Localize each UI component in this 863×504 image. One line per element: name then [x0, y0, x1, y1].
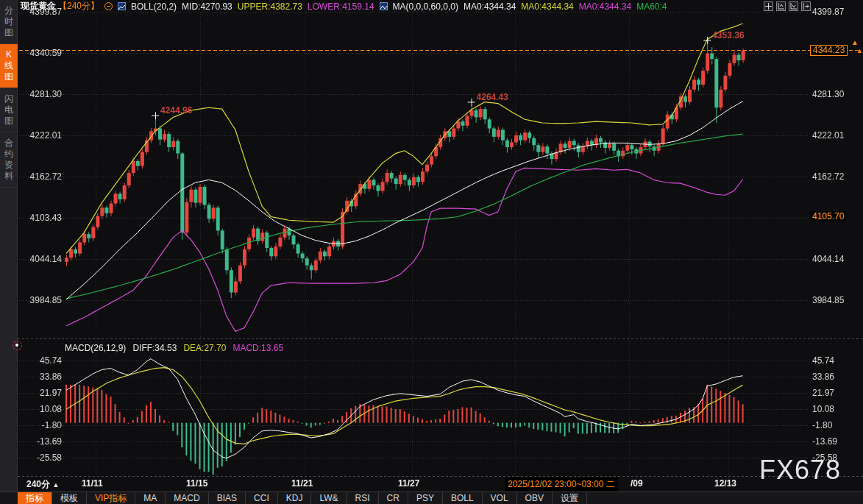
period-arrow-icon: ▲: [52, 481, 59, 489]
ma0-magenta-value: MA0:4344.34: [579, 1, 631, 12]
toolbar-item-boll[interactable]: BOLL: [443, 492, 483, 504]
date-tick-partial: /09: [631, 478, 643, 489]
macd-label-left: 45.74: [21, 355, 62, 366]
price-label-left: 4162.72: [21, 171, 62, 182]
macd-label-right: -1.80: [812, 420, 859, 430]
toolbar-item-macd[interactable]: MACD: [166, 492, 208, 504]
toolbar-item-settings[interactable]: 设置: [553, 492, 587, 504]
chart-canvas[interactable]: [0, 0, 863, 504]
macd-label-left: -13.69: [21, 436, 62, 447]
toolbar-item-indicator[interactable]: 指标: [18, 492, 52, 504]
toolbar-item-template[interactable]: 模板: [52, 492, 87, 504]
chart-header: 现货黄金 【240分】 BOLL(20,2) MID:4270.93 UPPER…: [21, 1, 667, 12]
macd-label-right: 21.97: [812, 388, 859, 398]
price-label-right: 3984.85: [812, 295, 859, 305]
date-tick: 11/27: [398, 478, 419, 489]
price-label-left: 4222.01: [21, 130, 62, 141]
toolbar-item-vip-indicator[interactable]: VIP指标: [87, 492, 135, 504]
watermark: FX678: [759, 455, 841, 486]
macd-label-right: 33.86: [812, 372, 859, 382]
pan-right-icon[interactable]: [801, 1, 811, 11]
macd-label-left: 21.97: [21, 388, 62, 398]
symbol-name: 现货黄金: [21, 0, 56, 13]
toolbar-item-obv[interactable]: OBV: [517, 492, 553, 504]
price-up-arrow-icon: ▲: [851, 38, 859, 46]
indicator-toolbar: 指标 模板 VIP指标 MA MACD BIAS CCI KDJ LW& RSI…: [0, 491, 863, 504]
collapse-icon[interactable]: [104, 2, 113, 10]
boll-indicator-icon[interactable]: [118, 2, 126, 10]
time-range-tooltip: 2025/12/02 23:00~03:00 二: [505, 478, 618, 491]
ma0-white-value: MA0:4344.34: [464, 1, 516, 12]
sidebar-tab-kline[interactable]: K线图: [0, 44, 18, 88]
current-price-badge: 4344.23: [810, 45, 848, 56]
chart-tool-iconbar: [764, 1, 811, 11]
toolbar-item-ma[interactable]: MA: [135, 492, 166, 504]
scale-down-icon[interactable]: [789, 1, 798, 11]
ma-label: MA(0,0,0,60,0,0): [393, 1, 458, 12]
toolbar-item-vol[interactable]: VOL: [483, 492, 517, 504]
ma60-value: MA60:4: [636, 1, 667, 12]
price-label-left: 4044.14: [21, 254, 62, 264]
ma0-yellow-value: MA0:4344.34: [521, 1, 573, 12]
macd-label-left: 33.86: [21, 372, 62, 382]
scale-up-icon[interactable]: [776, 1, 786, 11]
sidebar-tab-contract-info[interactable]: 合约资料: [0, 132, 18, 188]
axis-edge-arrow-icon: ▲: [856, 47, 863, 54]
toolbar-item-bias[interactable]: BIAS: [209, 492, 246, 504]
trading-app: { "sidebar": { "tabs": [ {"label": "分时图"…: [0, 0, 863, 504]
left-sidebar: 分时图 K线图 闪电图 合约资料: [0, 0, 18, 491]
price-label-right: 4281.30: [812, 89, 859, 99]
period-label[interactable]: 【240分】: [58, 0, 99, 13]
macd-label-left: -25.58: [21, 452, 62, 463]
macd-dea-value: DEA:27.70: [183, 343, 226, 353]
macd-title: MACD(26,12,9): [65, 343, 126, 353]
macd-label-right: 10.08: [812, 404, 859, 414]
date-tick: 11/15: [186, 478, 207, 489]
toolbar-item-kdj[interactable]: KDJ: [278, 492, 312, 504]
reference-price-badge: 4105.70: [810, 211, 846, 221]
crosshair-icon[interactable]: [764, 1, 773, 11]
macd-diff-value: DIFF:34.53: [132, 343, 177, 353]
macd-header: MACD(26,12,9) DIFF:34.53 DEA:27.70 MACD:…: [65, 343, 283, 353]
price-label-left: 4340.59: [21, 48, 62, 58]
date-tick: 12/13: [714, 478, 736, 489]
date-tick: 11/11: [82, 478, 103, 489]
toolbar-item-psy[interactable]: PSY: [408, 492, 443, 504]
toolbar-item-rsi[interactable]: RSI: [347, 492, 379, 504]
macd-label-right: -13.69: [812, 436, 859, 447]
boll-label: BOLL(20,2): [131, 1, 177, 12]
price-label-right: 4162.72: [812, 171, 859, 182]
macd-label-left: 10.08: [21, 404, 62, 414]
target-marker-icon[interactable]: [13, 341, 22, 350]
price-label-right: 4044.14: [812, 254, 859, 264]
toolbar-item-cr[interactable]: CR: [379, 492, 408, 504]
price-label-right: 4399.87: [812, 7, 859, 17]
boll-mid-value: MID:4270.93: [182, 1, 232, 12]
price-label-right: 4222.01: [812, 130, 859, 141]
ma-indicator-icon[interactable]: [380, 2, 388, 10]
date-tick: 11/21: [291, 478, 313, 489]
macd-label-right: 45.74: [812, 355, 859, 366]
price-label-left: 3984.85: [21, 295, 62, 305]
boll-lower-value: LOWER:4159.14: [308, 1, 374, 12]
boll-upper-value: UPPER:4382.73: [238, 1, 302, 12]
macd-label-left: -1.80: [21, 420, 62, 430]
sidebar-tab-timeshare[interactable]: 分时图: [0, 0, 18, 44]
footer-period-label[interactable]: 240分 ▲: [26, 478, 59, 491]
toolbar-item-lw[interactable]: LW&: [311, 492, 347, 504]
sidebar-tab-lightning[interactable]: 闪电图: [0, 88, 18, 132]
toolbar-item-cci[interactable]: CCI: [246, 492, 278, 504]
price-label-left: 4103.43: [21, 213, 62, 223]
macd-macd-value: MACD:13.65: [232, 343, 283, 353]
price-label-left: 4281.30: [21, 89, 62, 99]
